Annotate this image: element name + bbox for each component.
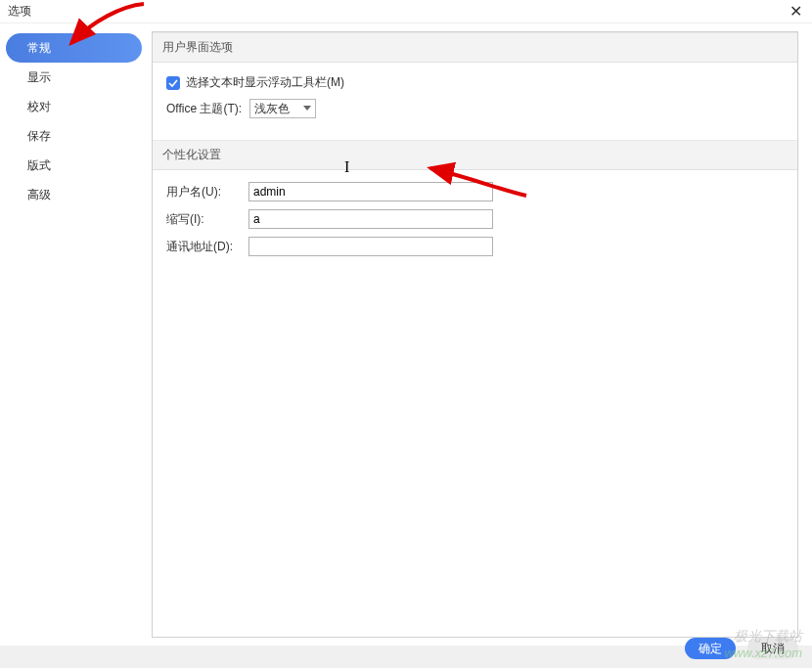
row-abbr: 缩写(I): bbox=[166, 209, 784, 229]
check-icon bbox=[168, 78, 178, 88]
sidebar-item-label: 校对 bbox=[27, 100, 51, 113]
sidebar-item-general[interactable]: 常规 bbox=[6, 33, 142, 63]
row-theme: Office 主题(T): 浅灰色 bbox=[166, 99, 784, 118]
section-body-ui-options: 选择文本时显示浮动工具栏(M) Office 主题(T): 浅灰色 bbox=[153, 63, 797, 140]
checkbox-floating-toolbar[interactable] bbox=[166, 76, 180, 90]
row-address: 通讯地址(D): bbox=[166, 237, 784, 256]
sidebar-item-proofing[interactable]: 校对 bbox=[6, 92, 142, 121]
content-panel: 用户界面选项 选择文本时显示浮动工具栏(M) Office 主题(T): 浅灰色… bbox=[152, 31, 798, 638]
titlebar: 选项 ✕ bbox=[0, 0, 812, 23]
theme-select-value: 浅灰色 bbox=[254, 101, 290, 117]
abbr-label: 缩写(I): bbox=[166, 211, 245, 228]
sidebar-item-layout[interactable]: 版式 bbox=[6, 151, 142, 180]
sidebar-item-label: 常规 bbox=[27, 41, 51, 55]
username-label: 用户名(U): bbox=[166, 184, 245, 200]
dialog-title: 选项 bbox=[8, 3, 31, 20]
address-input[interactable] bbox=[248, 237, 493, 256]
cancel-button[interactable]: 取消 bbox=[747, 638, 798, 659]
checkbox-label: 选择文本时显示浮动工具栏(M) bbox=[186, 74, 344, 91]
dialog-body: 常规 显示 校对 保存 版式 高级 用户界面选项 选择文本时显示浮动工具栏(M) bbox=[0, 23, 812, 646]
section-header-personalization: 个性化设置 bbox=[153, 140, 797, 170]
username-input[interactable] bbox=[248, 182, 493, 201]
address-label: 通讯地址(D): bbox=[166, 239, 245, 255]
sidebar-item-label: 显示 bbox=[27, 70, 51, 84]
chevron-down-icon bbox=[303, 106, 311, 111]
theme-label: Office 主题(T): bbox=[166, 101, 242, 117]
section-header-ui-options: 用户界面选项 bbox=[153, 32, 797, 63]
sidebar-item-advanced[interactable]: 高级 bbox=[6, 180, 142, 209]
sidebar: 常规 显示 校对 保存 版式 高级 bbox=[0, 23, 152, 646]
sidebar-item-label: 高级 bbox=[27, 188, 51, 201]
sidebar-item-label: 版式 bbox=[27, 158, 51, 172]
ok-button-label: 确定 bbox=[699, 641, 722, 657]
sidebar-item-display[interactable]: 显示 bbox=[6, 63, 142, 92]
dialog-footer: 确定 取消 bbox=[685, 629, 798, 668]
sidebar-item-label: 保存 bbox=[27, 129, 51, 143]
row-username: 用户名(U): bbox=[166, 182, 784, 201]
ok-button[interactable]: 确定 bbox=[685, 638, 736, 659]
row-floating-toolbar: 选择文本时显示浮动工具栏(M) bbox=[166, 74, 784, 91]
theme-select[interactable]: 浅灰色 bbox=[249, 99, 316, 118]
abbr-input[interactable] bbox=[248, 209, 493, 229]
sidebar-item-save[interactable]: 保存 bbox=[6, 121, 142, 151]
cancel-button-label: 取消 bbox=[761, 641, 785, 657]
close-icon[interactable]: ✕ bbox=[786, 4, 806, 20]
section-body-personalization: 用户名(U): 缩写(I): 通讯地址(D): bbox=[153, 170, 797, 278]
